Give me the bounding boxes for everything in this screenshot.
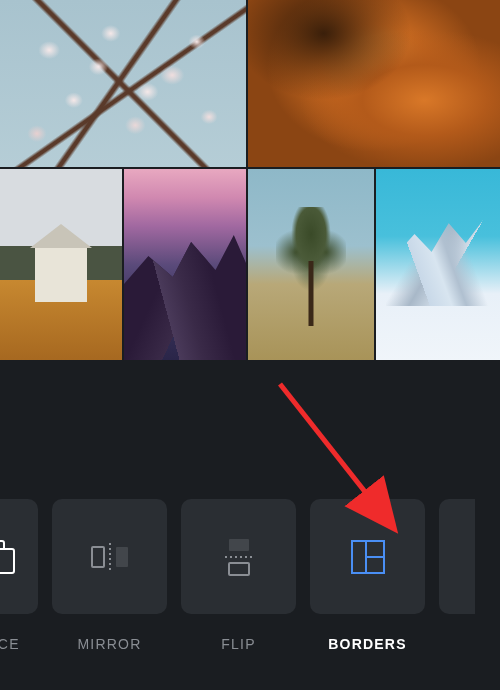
gallery-row bbox=[0, 0, 500, 167]
gallery-photo[interactable] bbox=[376, 169, 500, 361]
svg-rect-1 bbox=[0, 549, 14, 573]
photo-gallery bbox=[0, 0, 500, 361]
gallery-photo[interactable] bbox=[248, 169, 374, 361]
gallery-photo[interactable] bbox=[248, 0, 500, 167]
mirror-label: MIRROR bbox=[78, 636, 142, 652]
flip-tool: FLIP bbox=[181, 499, 296, 652]
svg-rect-7 bbox=[229, 563, 249, 575]
tool-strip: LACE MIRROR FLIP bbox=[0, 499, 500, 652]
gallery-photo[interactable] bbox=[124, 169, 246, 361]
borders-label: BORDERS bbox=[328, 636, 406, 652]
borders-tool: BORDERS bbox=[310, 499, 425, 652]
borders-button[interactable] bbox=[310, 499, 425, 614]
mirror-icon bbox=[88, 535, 132, 579]
borders-icon bbox=[346, 535, 390, 579]
gallery-photo[interactable] bbox=[0, 0, 246, 167]
svg-rect-5 bbox=[229, 539, 249, 551]
editor-toolbar: LACE MIRROR FLIP bbox=[0, 360, 500, 690]
mirror-tool: MIRROR bbox=[52, 499, 167, 652]
gallery-photo[interactable] bbox=[0, 169, 122, 361]
replace-icon bbox=[0, 535, 24, 579]
mirror-button[interactable] bbox=[52, 499, 167, 614]
svg-rect-4 bbox=[116, 547, 128, 567]
svg-rect-2 bbox=[92, 547, 104, 567]
next-tool-button[interactable] bbox=[439, 499, 475, 614]
flip-icon bbox=[217, 535, 261, 579]
flip-button[interactable] bbox=[181, 499, 296, 614]
replace-button[interactable] bbox=[0, 499, 38, 614]
gallery-row bbox=[0, 169, 500, 361]
flip-label: FLIP bbox=[221, 636, 255, 652]
next-tool-partial: X bbox=[439, 499, 475, 652]
replace-label: LACE bbox=[0, 636, 20, 652]
replace-tool: LACE bbox=[0, 499, 38, 652]
